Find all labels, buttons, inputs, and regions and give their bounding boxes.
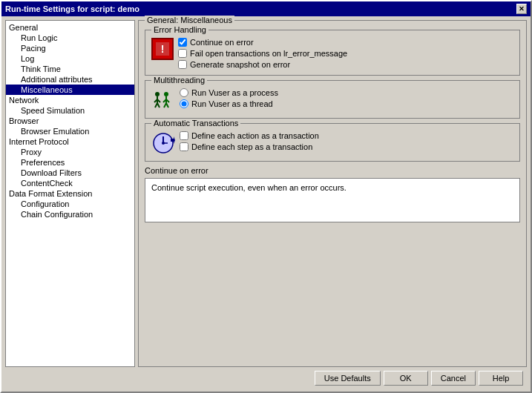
error-icon: !: [151, 38, 174, 60]
tree-item-label: Internet Protocol: [9, 137, 69, 146]
svg-point-10: [164, 92, 168, 96]
tree-item-network[interactable]: Network: [6, 95, 134, 105]
automatic-transactions-content: Define each action as a transaction Defi…: [151, 131, 513, 155]
tree-item-label: Run Logic: [21, 33, 58, 42]
generate-snapshot-row: Generate snapshot on error: [178, 60, 347, 69]
continue-error-title: Continue on error: [145, 166, 520, 175]
tree-item-label: Additional attributes: [21, 75, 93, 84]
generate-snapshot-label: Generate snapshot on error: [190, 60, 290, 69]
continue-on-error-row: Continue on error: [178, 38, 347, 47]
tree-panel[interactable]: GeneralRun LogicPacingLogThink TimeAddit…: [5, 20, 135, 367]
transaction-checkboxes: Define each action as a transaction Defi…: [180, 131, 319, 151]
run-as-process-radio[interactable]: [180, 88, 188, 97]
fail-open-transactions-label: Fail open transactions on lr_error_messa…: [190, 49, 347, 58]
svg-point-4: [155, 92, 160, 96]
tree-item-label: Configuration: [21, 199, 69, 208]
multithreading-group: Multithreading: [145, 80, 520, 119]
tree-item-preferences[interactable]: Preferences: [6, 157, 134, 168]
tree-item-label: Miscellaneous: [21, 85, 73, 94]
tree-item-browser[interactable]: Browser: [6, 116, 134, 126]
tree-item-data-format-extension[interactable]: Data Format Extension: [6, 188, 134, 199]
error-handling-content: ! Continue on error Fail ope: [151, 38, 513, 69]
main-window: Run-time Settings for script: demo ✕ Gen…: [0, 0, 532, 393]
tree-item-label: General: [9, 23, 38, 32]
close-button[interactable]: ✕: [516, 4, 527, 14]
run-as-thread-radio[interactable]: [180, 99, 188, 108]
continue-on-error-label: Continue on error: [190, 38, 254, 47]
tree-item-label: ContentCheck: [21, 179, 73, 188]
transactions-icon: [151, 131, 175, 155]
fail-open-transactions-row: Fail open transactions on lr_error_messa…: [178, 49, 347, 58]
define-each-action-label: Define each action as a transaction: [191, 131, 319, 140]
run-as-process-row: Run Vuser as a process: [180, 88, 278, 97]
tree-item-general[interactable]: General: [6, 22, 134, 33]
tree-item-label: Download Filters: [21, 168, 82, 177]
tree-item-label: Data Format Extension: [9, 189, 93, 198]
generate-snapshot-checkbox[interactable]: [178, 60, 187, 69]
tree-item-run-logic[interactable]: Run Logic: [6, 33, 134, 43]
define-each-step-checkbox[interactable]: [180, 142, 188, 151]
tree-item-proxy[interactable]: Proxy: [6, 147, 134, 157]
window-title: Run-time Settings for script: demo: [5, 4, 139, 13]
tree-item-contentcheck[interactable]: ContentCheck: [6, 178, 134, 188]
tree-item-additional-attributes[interactable]: Additional attributes: [6, 74, 134, 85]
tree-item-log[interactable]: Log: [6, 53, 134, 64]
fail-open-transactions-checkbox[interactable]: [178, 49, 187, 58]
svg-rect-3: [151, 88, 175, 112]
tree-item-label: Pacing: [21, 44, 46, 53]
tree-item-label: Proxy: [21, 148, 42, 156]
tree-item-speed-simulation[interactable]: Speed Simulation: [6, 105, 134, 116]
tree-item-internet-protocol[interactable]: Internet Protocol: [6, 136, 134, 147]
tree-item-pacing[interactable]: Pacing: [6, 43, 134, 53]
continue-error-description: Continue script execution, even when an …: [145, 178, 520, 222]
tree-item-label: Speed Simulation: [21, 106, 85, 115]
outer-group-box: General: Miscellaneous Error Handling !: [138, 20, 527, 367]
panel-title: General: Miscellaneous: [145, 16, 234, 24]
tree-item-miscellaneous[interactable]: Miscellaneous: [6, 85, 134, 95]
svg-text:!: !: [161, 43, 165, 55]
help-button[interactable]: Help: [479, 371, 523, 386]
bottom-bar: Use Defaults OK Cancel Help: [5, 367, 527, 388]
tree-item-browser-emulation[interactable]: Browser Emulation: [6, 126, 134, 136]
use-defaults-button[interactable]: Use Defaults: [315, 371, 381, 386]
automatic-transactions-title: Automatic Transactions: [151, 119, 240, 128]
tree-item-label: Browser: [9, 116, 39, 125]
title-bar: Run-time Settings for script: demo ✕: [1, 1, 531, 16]
tree-item-chain-configuration[interactable]: Chain Configuration: [6, 209, 134, 219]
continue-error-section: Continue on error Continue script execut…: [145, 166, 520, 222]
define-each-step-label: Define each step as a transaction: [191, 142, 312, 151]
define-each-action-row: Define each action as a transaction: [180, 131, 319, 140]
continue-error-text: Continue script execution, even when an …: [151, 183, 347, 192]
ok-button[interactable]: OK: [384, 371, 428, 386]
multithreading-radios: Run Vuser as a process Run Vuser as a th…: [180, 88, 278, 108]
tree-item-think-time[interactable]: Think Time: [6, 64, 134, 74]
right-panel: General: Miscellaneous Error Handling !: [138, 20, 527, 367]
tree-item-configuration[interactable]: Configuration: [6, 199, 134, 209]
tree-item-label: Preferences: [21, 158, 65, 167]
define-each-action-checkbox[interactable]: [180, 131, 188, 140]
tree-item-label: Network: [9, 96, 39, 105]
multithreading-title: Multithreading: [151, 76, 207, 85]
window-content: GeneralRun LogicPacingLogThink TimeAddit…: [1, 16, 531, 392]
error-checkboxes: Continue on error Fail open transactions…: [178, 38, 347, 69]
tree-item-label: Log: [21, 54, 34, 63]
error-handling-group: Error Handling !: [145, 30, 520, 76]
run-as-process-label: Run Vuser as a process: [191, 88, 278, 97]
run-as-thread-row: Run Vuser as a thread: [180, 99, 278, 108]
thread-icon: [151, 88, 175, 112]
main-area: GeneralRun LogicPacingLogThink TimeAddit…: [5, 20, 527, 367]
tree-item-label: Think Time: [21, 65, 61, 73]
automatic-transactions-group: Automatic Transactions: [145, 123, 520, 162]
run-as-thread-label: Run Vuser as a thread: [191, 99, 273, 108]
tree-item-download-filters[interactable]: Download Filters: [6, 168, 134, 178]
error-handling-title: Error Handling: [151, 25, 208, 34]
define-each-step-row: Define each step as a transaction: [180, 142, 319, 151]
continue-on-error-checkbox[interactable]: [178, 38, 187, 47]
tree-item-label: Chain Configuration: [21, 210, 93, 219]
tree-item-label: Browser Emulation: [21, 127, 89, 136]
multithreading-content: Run Vuser as a process Run Vuser as a th…: [151, 88, 513, 112]
cancel-button[interactable]: Cancel: [431, 371, 476, 386]
